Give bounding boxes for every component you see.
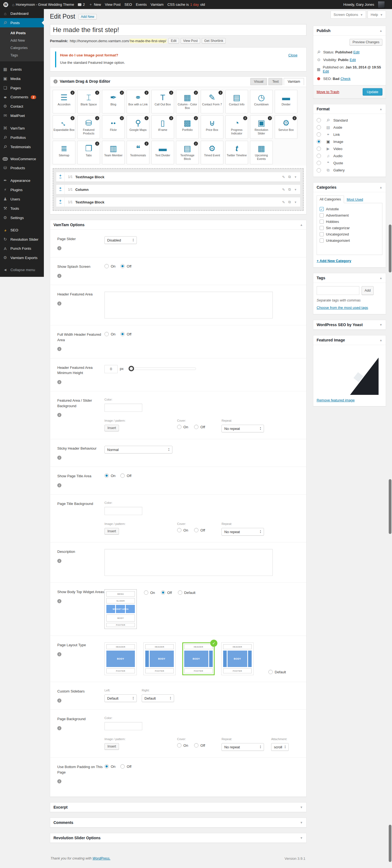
post-title-input[interactable] xyxy=(50,24,306,36)
category-item-unkategorisiert[interactable]: Unkategorisiert xyxy=(319,238,382,244)
palette-item-testimonials[interactable]: i❝Testimonials xyxy=(127,141,149,164)
collapse-toggle-icon[interactable]: ▲ xyxy=(300,223,303,226)
edit-date-link[interactable]: Edit xyxy=(323,69,329,73)
preview-changes-button[interactable]: Preview Changes xyxy=(349,39,383,45)
sidebar-link-mailpoet[interactable]: ✉MailPoet xyxy=(0,111,44,120)
get-shortlink-button[interactable]: Get Shortlink xyxy=(202,38,226,43)
info-badge-icon[interactable]: i xyxy=(95,91,99,95)
category-item-advertisement[interactable]: Advertisement xyxy=(319,212,382,218)
update-button[interactable]: Update xyxy=(363,88,383,96)
collapse-toggle-icon[interactable]: ▲ xyxy=(380,338,383,342)
slider-handle-icon[interactable] xyxy=(129,366,134,371)
checkbox-advertisement[interactable] xyxy=(319,213,324,217)
notice-close-link[interactable]: Close xyxy=(288,53,298,57)
attachment-select[interactable]: scroll▲▼ xyxy=(271,743,289,751)
format-option-gallery[interactable]: ⧉Gallery xyxy=(317,166,383,174)
format-option-video[interactable]: ▶Video xyxy=(317,145,383,152)
admin-bar-seo[interactable]: SEO xyxy=(124,2,132,7)
info-icon[interactable]: i xyxy=(57,246,61,250)
checkbox-unkategorisiert[interactable] xyxy=(319,239,324,243)
radio-off[interactable]: Off xyxy=(161,590,172,595)
admin-bar-vamtam[interactable]: Vamtam xyxy=(150,2,163,7)
submenu-item-all-posts[interactable]: All Posts xyxy=(0,29,44,37)
tab-vamtam[interactable]: Vamtam xyxy=(284,78,304,85)
info-icon[interactable]: i xyxy=(57,699,61,703)
info-icon[interactable]: i xyxy=(57,380,61,384)
info-badge-icon[interactable]: i xyxy=(71,116,75,120)
block-resize-handle[interactable]: +− xyxy=(56,172,65,182)
sidebar-link-products[interactable]: ⛁Products xyxy=(0,163,44,173)
info-icon[interactable]: i xyxy=(57,413,61,417)
info-badge-icon[interactable]: i xyxy=(120,116,124,120)
info-icon[interactable]: i xyxy=(57,726,61,730)
format-option-audio[interactable]: ♫Audio xyxy=(317,152,383,159)
expand-toggle-icon[interactable]: ▼ xyxy=(300,821,303,824)
info-badge-icon[interactable]: i xyxy=(194,142,198,146)
edit-visibility-link[interactable]: Edit xyxy=(350,58,356,62)
palette-item-price-box[interactable]: ⊎Price Box xyxy=(201,115,223,139)
palette-item-featured-products[interactable]: i⛁Featured Products xyxy=(77,115,100,139)
info-icon[interactable]: i xyxy=(57,302,61,306)
admin-bar-new[interactable]: ＋ New xyxy=(88,2,101,7)
radio-on[interactable]: On xyxy=(105,473,115,478)
sidebar-link-events[interactable]: ▦Events xyxy=(0,65,44,74)
edit-block-icon[interactable]: ✎ xyxy=(282,188,285,192)
sticky-header-select[interactable]: Normal ▲▼ xyxy=(105,446,172,454)
page-slider-select[interactable]: Disabled ▲▼ xyxy=(105,236,137,244)
edit-block-icon[interactable]: ✎ xyxy=(282,200,285,204)
scrollbar-thumb[interactable] xyxy=(389,479,391,534)
palette-item-portfolio[interactable]: i▩Portfolio xyxy=(176,115,199,139)
expand-block-icon[interactable]: ▼ xyxy=(294,188,297,191)
info-badge-icon[interactable]: i xyxy=(219,91,223,95)
info-badge-icon[interactable]: i xyxy=(194,116,198,120)
insert-button[interactable]: Insert xyxy=(105,528,119,534)
radio-on[interactable]: On xyxy=(144,590,155,595)
howdy-menu[interactable]: Howdy, Gary Jones xyxy=(343,1,385,8)
remove-featured-image-link[interactable]: Remove featured image xyxy=(317,398,355,402)
expand-toggle-icon[interactable]: ▼ xyxy=(300,836,303,839)
min-height-slider[interactable] xyxy=(129,368,196,370)
palette-item-expandable-box[interactable]: i↔Expandable Box xyxy=(53,115,75,139)
sidebar-link-appearance[interactable]: ✒Appearance xyxy=(0,176,44,185)
block-resize-handle[interactable]: +− xyxy=(56,197,65,207)
scrollbar-thumb[interactable] xyxy=(389,224,391,273)
palette-item-timed-event[interactable]: ⚙Timed Event xyxy=(201,141,223,164)
help-button[interactable]: Help▼ xyxy=(368,11,386,19)
tab-most-used[interactable]: Most Used xyxy=(344,196,366,203)
palette-item-upcoming-events[interactable]: ▦Upcoming Events xyxy=(250,141,273,164)
palette-item-team-member[interactable]: ▥Team Member xyxy=(102,141,125,164)
insert-button[interactable]: Insert xyxy=(105,425,119,431)
radio-on[interactable]: On xyxy=(105,764,115,769)
right-sidebar-select[interactable]: Default▲▼ xyxy=(142,694,174,702)
info-badge-icon[interactable]: i xyxy=(144,142,148,146)
palette-item-column-color-box[interactable]: i▦Column - Color Box xyxy=(176,90,199,113)
sidebar-link-posts[interactable]: ⚲Posts xyxy=(0,18,44,27)
submenu-item-tags[interactable]: Tags xyxy=(0,52,44,59)
collapse-toggle-icon[interactable]: ▲ xyxy=(380,186,383,189)
info-badge-icon[interactable]: i xyxy=(144,116,148,120)
info-badge-icon[interactable]: i xyxy=(144,91,148,95)
repeat-select[interactable]: No repeat▲▼ xyxy=(222,528,264,535)
sidebar-link-pages[interactable]: ❏Pages xyxy=(0,83,44,93)
palette-item-blog[interactable]: i✒Blog xyxy=(102,90,125,113)
choose-tags-link[interactable]: Choose from the most used tags xyxy=(317,306,368,310)
submenu-item-add-new[interactable]: Add New xyxy=(0,37,44,44)
sidebar-link-users[interactable]: ♟Users xyxy=(0,194,44,204)
sidebar-link-settings[interactable]: ⚙Settings xyxy=(0,213,44,222)
min-height-input[interactable] xyxy=(105,365,118,373)
sidebar-link-vamtam[interactable]: ⌘VamTam xyxy=(0,123,44,133)
admin-bar-events[interactable]: Events xyxy=(136,2,147,7)
view-post-button[interactable]: View Post xyxy=(180,38,200,43)
info-icon[interactable]: i xyxy=(57,274,61,278)
collapse-toggle-icon[interactable]: ▲ xyxy=(380,29,383,32)
duplicate-block-icon[interactable]: ⧉ xyxy=(288,187,291,192)
info-badge-icon[interactable]: i xyxy=(120,91,124,95)
info-icon[interactable]: i xyxy=(53,80,58,84)
radio-default[interactable]: Default xyxy=(269,670,286,674)
color-input[interactable] xyxy=(105,507,142,515)
sidebar-link-dashboard[interactable]: ⌂Dashboard xyxy=(0,9,44,18)
sidebar-link-tools[interactable]: ⚒Tools xyxy=(0,204,44,213)
edit-permalink-button[interactable]: Edit xyxy=(168,38,179,43)
palette-item-twitter-timeline[interactable]: tTwitter Timeline xyxy=(225,141,248,164)
checkbox-sin-categorizar[interactable] xyxy=(319,226,324,230)
